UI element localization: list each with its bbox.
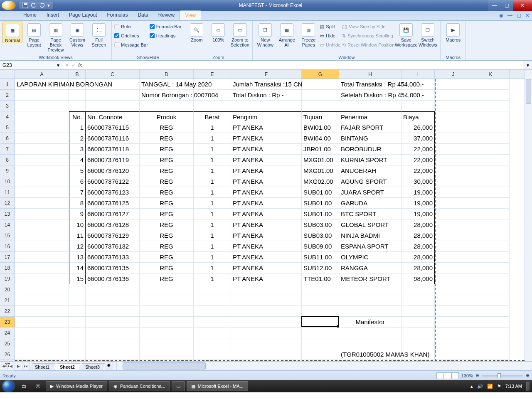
- cell[interactable]: 15: [69, 273, 86, 284]
- cell[interactable]: [140, 295, 194, 306]
- full-screen-button[interactable]: ⛶Full Screen: [89, 22, 109, 47]
- row-header-17[interactable]: 17: [0, 252, 15, 263]
- cell[interactable]: 28,000: [401, 219, 435, 230]
- save-icon[interactable]: [22, 2, 28, 8]
- cell[interactable]: [15, 273, 69, 284]
- cell[interactable]: 28,000: [401, 230, 435, 241]
- cell[interactable]: 1: [194, 122, 231, 133]
- ribbon-tab-view[interactable]: View: [180, 10, 201, 20]
- cell[interactable]: [435, 338, 472, 349]
- cell[interactable]: [472, 209, 510, 219]
- cell[interactable]: [435, 198, 472, 209]
- cell[interactable]: [472, 241, 510, 252]
- row-header-3[interactable]: 3: [0, 101, 15, 111]
- column-headers[interactable]: ABCDEFGHIJK: [15, 70, 525, 79]
- cell[interactable]: 1: [194, 176, 231, 187]
- cell[interactable]: [86, 306, 140, 317]
- row-header-4[interactable]: 4: [0, 111, 15, 122]
- cell[interactable]: [472, 90, 510, 101]
- cell[interactable]: [194, 90, 231, 101]
- cell[interactable]: REG: [140, 144, 194, 155]
- cell[interactable]: 660007376127: [86, 209, 140, 219]
- cell[interactable]: PT ANEKA: [231, 252, 302, 263]
- cell[interactable]: [435, 349, 472, 360]
- custom-views-button[interactable]: ▣Custom Views: [67, 22, 87, 47]
- cell[interactable]: 28,000: [401, 252, 435, 263]
- cell[interactable]: MXG01.00: [302, 165, 339, 176]
- cell[interactable]: 1: [194, 209, 231, 219]
- cell[interactable]: [435, 360, 472, 361]
- cell[interactable]: 11: [69, 230, 86, 241]
- cell[interactable]: [15, 306, 69, 317]
- cell[interactable]: [15, 144, 69, 155]
- zoom-out-button[interactable]: ⊖: [475, 373, 479, 378]
- cell[interactable]: REG: [140, 241, 194, 252]
- cell[interactable]: [435, 90, 472, 101]
- cell[interactable]: [435, 176, 472, 187]
- cell[interactable]: 1: [69, 122, 86, 133]
- split-button[interactable]: ▤ Split: [320, 22, 340, 31]
- cell[interactable]: No.: [69, 111, 86, 122]
- cell[interactable]: SUB01.00: [302, 209, 339, 219]
- vertical-scrollbar[interactable]: [525, 70, 532, 361]
- cell[interactable]: [69, 328, 86, 338]
- row-header-26[interactable]: 26: [0, 349, 15, 360]
- cell[interactable]: [231, 338, 302, 349]
- cell[interactable]: [15, 101, 69, 111]
- cell[interactable]: [435, 209, 472, 219]
- cell[interactable]: [86, 328, 140, 338]
- cell[interactable]: [302, 284, 339, 295]
- cell[interactable]: (TGR01005002 MAMAS KHAN): [339, 349, 401, 360]
- column-header-E[interactable]: E: [194, 70, 231, 79]
- cell[interactable]: 1: [194, 241, 231, 252]
- cell[interactable]: [86, 295, 140, 306]
- cells-area[interactable]: LAPORAN KIRIMAN BORONGANTANGGAL : 14 May…: [15, 79, 525, 361]
- cell[interactable]: [69, 349, 86, 360]
- cell[interactable]: [231, 306, 302, 317]
- cell[interactable]: 1: [194, 230, 231, 241]
- cell[interactable]: [472, 133, 510, 144]
- cell[interactable]: 660007376123: [86, 187, 140, 198]
- cell[interactable]: 10: [69, 219, 86, 230]
- cell[interactable]: [140, 284, 194, 295]
- tray-up-icon[interactable]: ▴: [470, 384, 473, 389]
- name-box[interactable]: G23 ▾: [0, 61, 62, 69]
- expand-formula-bar-icon[interactable]: ▾: [523, 61, 532, 69]
- flag-icon[interactable]: ⚑: [497, 384, 501, 389]
- cell[interactable]: [194, 284, 231, 295]
- zoom-button[interactable]: 🔍Zoom: [187, 22, 207, 42]
- cell[interactable]: Nomor Borongan : 0007004: [140, 90, 194, 101]
- cell[interactable]: TANGGAL : 14 May 2020: [140, 79, 194, 90]
- cell[interactable]: [15, 349, 69, 360]
- cell[interactable]: SUB09.00: [302, 241, 339, 252]
- cell[interactable]: [401, 338, 435, 349]
- unhide-button[interactable]: ▭ Unhide: [320, 41, 340, 49]
- cell[interactable]: [435, 273, 472, 284]
- cell[interactable]: [69, 101, 86, 111]
- hide-button[interactable]: ▭ Hide: [320, 32, 340, 40]
- cell[interactable]: [194, 295, 231, 306]
- normal-view-button[interactable]: ▦Normal: [2, 22, 22, 43]
- headings-checkbox[interactable]: Headings: [150, 32, 182, 40]
- cell[interactable]: [15, 328, 69, 338]
- cell[interactable]: SUB01.00: [302, 198, 339, 209]
- cell[interactable]: [472, 176, 510, 187]
- cell[interactable]: 13: [69, 252, 86, 263]
- cell[interactable]: 660007376135: [86, 263, 140, 273]
- cell[interactable]: 19,000: [401, 209, 435, 219]
- cell[interactable]: [15, 317, 69, 328]
- cell[interactable]: [140, 338, 194, 349]
- cell[interactable]: [194, 317, 231, 328]
- enter-formula-icon[interactable]: ✓: [71, 62, 76, 68]
- row-headers[interactable]: 1234567891011121314151617181920212223242…: [0, 79, 15, 361]
- cell[interactable]: [435, 79, 472, 90]
- taskbar-task[interactable]: ▦Microsoft Excel - MA...: [187, 381, 248, 391]
- cell[interactable]: 1: [194, 219, 231, 230]
- cell[interactable]: PT ANEKA: [231, 155, 302, 165]
- restore-window-icon[interactable]: ▢: [517, 12, 521, 18]
- column-header-D[interactable]: D: [140, 70, 194, 79]
- cell[interactable]: [194, 349, 231, 360]
- cell[interactable]: [15, 122, 69, 133]
- taskbar-task[interactable]: ▭: [172, 381, 185, 391]
- cell[interactable]: [401, 306, 435, 317]
